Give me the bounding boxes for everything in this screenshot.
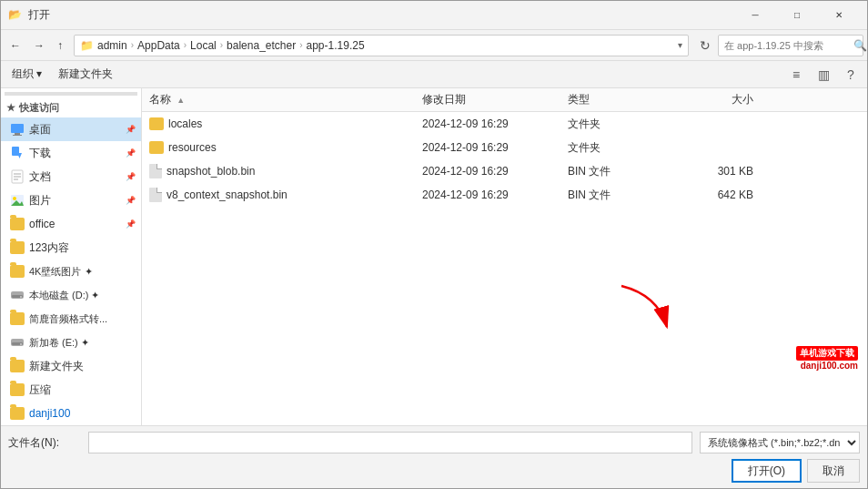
sidebar-item-desktop[interactable]: 桌面 📌 bbox=[1, 117, 141, 141]
col-header-date[interactable]: 修改日期 bbox=[415, 92, 560, 107]
disk-icon-d bbox=[10, 288, 25, 302]
close-button[interactable]: ✕ bbox=[818, 1, 860, 30]
sidebar-item-123[interactable]: 123内容 bbox=[1, 236, 141, 260]
file-name-cell: v8_context_snapshot.bin bbox=[142, 188, 415, 202]
sidebar-item-danji100[interactable]: danji100 bbox=[1, 402, 141, 425]
table-row[interactable]: v8_context_snapshot.bin 2024-12-09 16:29… bbox=[142, 183, 867, 207]
view-icon: ≡ bbox=[792, 67, 800, 82]
dropdown-icon[interactable]: ▾ bbox=[678, 40, 682, 50]
file-type-cell: BIN 文件 bbox=[560, 164, 670, 179]
svg-rect-2 bbox=[13, 135, 22, 136]
sidebar-item-label: 123内容 bbox=[29, 240, 69, 256]
bottom-bar: 文件名(N): 系统镜像格式 (*.bin;*.bz2;*.dn 打开(O) 取… bbox=[1, 425, 867, 488]
svg-point-17 bbox=[20, 343, 22, 345]
sidebar-item-label: 图片 bbox=[29, 193, 51, 209]
sidebar-item-label: 新加卷 (E:) ✦ bbox=[29, 336, 89, 350]
filename-input[interactable] bbox=[88, 432, 692, 453]
folder-icon-audio bbox=[10, 311, 25, 326]
folder-icon-4k bbox=[10, 264, 25, 279]
docs-icon bbox=[10, 169, 25, 184]
folder-icon bbox=[149, 117, 164, 130]
pin-icon: 📌 bbox=[126, 196, 136, 205]
col-header-name[interactable]: 名称 ▲ bbox=[142, 92, 415, 107]
sidebar-item-label: 4K壁纸图片 ✦ bbox=[29, 265, 93, 279]
folder-icon bbox=[149, 141, 164, 154]
file-pane: 单机游戏下载 danji100.com 名称 ▲ 修改日期 类型 大小 bbox=[142, 88, 867, 425]
sidebar-item-audio[interactable]: 简鹿音频格式转... bbox=[1, 307, 141, 331]
minimize-button[interactable]: ─ bbox=[734, 1, 776, 30]
file-size-cell: 301 KB bbox=[670, 165, 761, 178]
col-header-size[interactable]: 大小 bbox=[670, 92, 761, 107]
breadcrumb-sep: › bbox=[184, 40, 187, 50]
file-name-cell: resources bbox=[142, 141, 415, 154]
new-folder-button[interactable]: 新建文件夹 bbox=[51, 64, 120, 86]
file-dialog-window: 📂 打开 ─ □ ✕ ← → ↑ 📁 admin › AppData › Loc… bbox=[0, 0, 868, 489]
sidebar-item-downloads[interactable]: 下载 📌 bbox=[1, 141, 141, 165]
address-bar[interactable]: 📁 admin › AppData › Local › balena_etche… bbox=[74, 35, 689, 56]
sidebar-item-docs[interactable]: 文档 📌 bbox=[1, 165, 141, 188]
sidebar-item-label: 简鹿音频格式转... bbox=[29, 312, 107, 326]
pin-icon: 📌 bbox=[126, 219, 136, 229]
col-header-type[interactable]: 类型 bbox=[560, 92, 670, 107]
help-icon: ? bbox=[847, 67, 854, 82]
breadcrumb-part: admin bbox=[97, 39, 127, 52]
up-icon: ↑ bbox=[57, 39, 63, 52]
file-date-cell: 2024-12-09 16:29 bbox=[415, 117, 560, 130]
forward-button[interactable]: → bbox=[28, 34, 50, 57]
folder-icon-123 bbox=[10, 240, 25, 255]
sidebar-item-office[interactable]: office 📌 bbox=[1, 212, 141, 236]
quickaccess-header[interactable]: ★ 快速访问 bbox=[1, 97, 141, 117]
table-row[interactable]: locales 2024-12-09 16:29 文件夹 bbox=[142, 112, 867, 136]
view-toggle-button[interactable]: ≡ bbox=[783, 64, 809, 86]
search-input[interactable] bbox=[724, 40, 850, 51]
help-button[interactable]: ? bbox=[838, 64, 863, 86]
file-icon bbox=[149, 164, 162, 178]
sidebar-item-4k[interactable]: 4K壁纸图片 ✦ bbox=[1, 260, 141, 283]
filename-label: 文件名(N): bbox=[8, 435, 81, 451]
panel-icon: ▥ bbox=[818, 67, 830, 82]
sidebar-item-newfolder[interactable]: 新建文件夹 bbox=[1, 354, 141, 378]
svg-point-14 bbox=[20, 296, 22, 298]
sidebar: ★ 快速访问 桌面 📌 下载 📌 文 bbox=[1, 88, 142, 425]
sidebar-item-pictures[interactable]: 图片 📌 bbox=[1, 188, 141, 212]
back-button[interactable]: ← bbox=[5, 34, 26, 57]
up-button[interactable]: ↑ bbox=[52, 34, 68, 57]
table-row[interactable]: resources 2024-12-09 16:29 文件夹 bbox=[142, 136, 867, 159]
menu-bar: 组织 ▾ 新建文件夹 ≡ ▥ ? bbox=[1, 61, 867, 88]
window-title: 打开 bbox=[28, 7, 734, 23]
file-list: locales 2024-12-09 16:29 文件夹 resources 2… bbox=[142, 112, 867, 425]
maximize-button[interactable]: □ bbox=[776, 1, 818, 30]
sidebar-item-newvol[interactable]: 新加卷 (E:) ✦ bbox=[1, 331, 141, 354]
panel-toggle-button[interactable]: ▥ bbox=[811, 64, 836, 86]
disk-icon-e bbox=[10, 335, 25, 350]
title-bar: 📂 打开 ─ □ ✕ bbox=[1, 1, 867, 30]
folder-icon-new bbox=[10, 359, 25, 373]
sidebar-item-label: office bbox=[29, 218, 55, 230]
pin-icon: 📌 bbox=[126, 148, 136, 158]
breadcrumb-part: balena_etcher bbox=[227, 39, 296, 52]
column-headers: 名称 ▲ 修改日期 类型 大小 bbox=[142, 88, 867, 112]
breadcrumb-sep: › bbox=[131, 40, 134, 50]
refresh-button[interactable]: ↻ bbox=[694, 35, 716, 56]
filetype-select[interactable]: 系统镜像格式 (*.bin;*.bz2;*.dn bbox=[700, 432, 860, 453]
svg-point-10 bbox=[13, 197, 16, 200]
breadcrumb-part: Local bbox=[190, 39, 217, 52]
file-name-cell: locales bbox=[142, 117, 415, 130]
file-type-cell: 文件夹 bbox=[560, 117, 670, 132]
sidebar-item-zip[interactable]: 压缩 bbox=[1, 378, 141, 402]
organize-label: 组织 ▾ bbox=[12, 66, 42, 82]
sidebar-item-localdisk[interactable]: 本地磁盘 (D:) ✦ bbox=[1, 283, 141, 307]
window-icon: 📂 bbox=[8, 8, 23, 23]
search-box[interactable]: 🔍 bbox=[718, 35, 863, 56]
star-icon: ★ bbox=[6, 102, 15, 114]
breadcrumb-part: app-1.19.25 bbox=[307, 39, 365, 52]
sidebar-item-label: 本地磁盘 (D:) ✦ bbox=[29, 289, 99, 302]
file-date-cell: 2024-12-09 16:29 bbox=[415, 188, 560, 201]
organize-button[interactable]: 组织 ▾ bbox=[5, 64, 49, 86]
table-row[interactable]: snapshot_blob.bin 2024-12-09 16:29 BIN 文… bbox=[142, 159, 867, 183]
cancel-button[interactable]: 取消 bbox=[807, 459, 860, 483]
open-button[interactable]: 打开(O) bbox=[732, 459, 802, 483]
breadcrumb-sep: › bbox=[220, 40, 223, 50]
desktop-icon bbox=[10, 122, 25, 137]
file-type-cell: BIN 文件 bbox=[560, 188, 670, 203]
